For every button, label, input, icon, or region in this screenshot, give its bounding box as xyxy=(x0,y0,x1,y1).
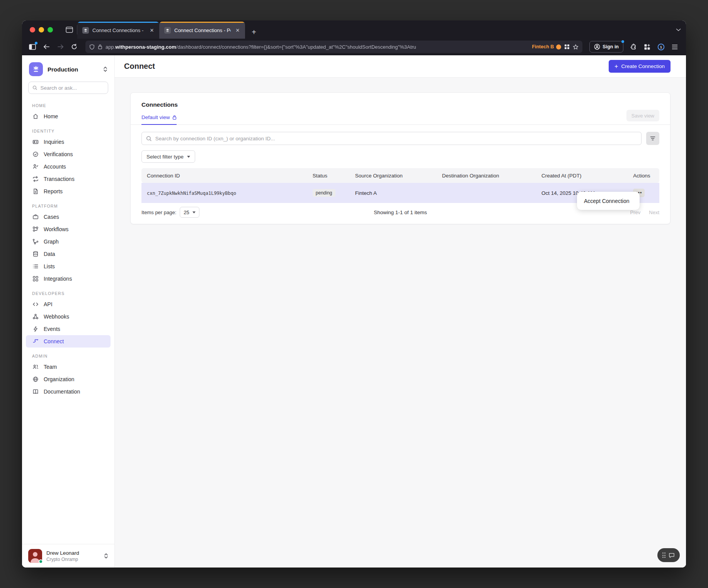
search-row xyxy=(141,132,659,145)
save-view-button[interactable]: Save view xyxy=(626,110,659,121)
sidebar-item-integrations[interactable]: Integrations xyxy=(22,273,114,285)
workspace-switcher[interactable]: Production xyxy=(22,55,114,82)
reload-button[interactable] xyxy=(68,41,81,53)
item-label: Events xyxy=(44,326,60,332)
sidebar-item-verifications[interactable]: Verifications xyxy=(22,148,114,160)
sidebar-toggle-icon[interactable] xyxy=(26,41,39,53)
sidebar: Production HOME Home IDENTITY Inquirie xyxy=(22,55,115,568)
persona-favicon xyxy=(82,27,89,34)
next-page-button[interactable]: Next xyxy=(649,210,659,215)
bookmark-star-icon[interactable] xyxy=(573,44,579,50)
tab-close-icon[interactable]: ✕ xyxy=(234,27,241,34)
unified-extensions-icon[interactable] xyxy=(640,41,654,53)
chat-launcher[interactable] xyxy=(657,548,680,562)
search-input[interactable] xyxy=(40,85,104,91)
user-menu[interactable]: Drew Leonard Crypto Onramp xyxy=(22,544,114,568)
sidebar-item-transactions[interactable]: Transactions xyxy=(22,173,114,185)
sidebar-item-workflows[interactable]: Workflows xyxy=(22,223,114,235)
sidebar-item-connect[interactable]: Connect xyxy=(26,335,111,348)
app-body: Production HOME Home IDENTITY Inquirie xyxy=(22,55,686,568)
connection-id-value: cxn_7ZupkNwkhNifaSMuqa1L99kyBbqo xyxy=(147,191,236,196)
sidebar-item-home[interactable]: Home xyxy=(22,110,114,123)
sidebar-item-accounts[interactable]: Accounts xyxy=(22,160,114,173)
card-title: Connections xyxy=(131,93,670,108)
sidebar-item-graph[interactable]: Graph xyxy=(22,235,114,248)
actions-menu-popup: Accept Connection xyxy=(577,192,640,210)
drag-handle-icon[interactable] xyxy=(662,552,666,558)
tab-close-icon[interactable]: ✕ xyxy=(148,27,155,34)
section-label: HOME xyxy=(22,97,114,110)
section-label: PLATFORM xyxy=(22,198,114,211)
filter-type-label: Select filter type xyxy=(146,154,184,160)
item-label: Webhooks xyxy=(44,314,69,320)
container-stripe-blue xyxy=(77,22,159,23)
lock-icon[interactable] xyxy=(98,44,102,49)
avatar xyxy=(28,549,42,563)
webhook-icon xyxy=(32,314,39,320)
firefox-view-icon[interactable] xyxy=(61,20,77,39)
onepassword-icon[interactable]: 1 xyxy=(654,41,667,53)
browser-tab-1[interactable]: Connect Connections - Persona ✕ xyxy=(77,22,159,39)
shield-icon[interactable] xyxy=(89,44,95,50)
sidebar-item-organization[interactable]: Organization xyxy=(22,373,114,385)
back-button[interactable] xyxy=(40,41,53,53)
plus-icon: + xyxy=(614,63,618,70)
sidebar-item-cases[interactable]: Cases xyxy=(22,211,114,223)
url-bar[interactable]: app.withpersona-staging.com/dashboard/co… xyxy=(85,41,582,53)
caret-down-icon xyxy=(187,156,190,158)
briefcase-icon xyxy=(32,214,39,220)
browser-window: Connect Connections - Persona ✕ Connect … xyxy=(22,20,686,568)
item-label: Home xyxy=(44,113,58,119)
source-org-value: Fintech A xyxy=(350,183,437,203)
sidebar-item-data[interactable]: Data xyxy=(22,248,114,260)
extensions-puzzle-icon[interactable] xyxy=(626,41,640,53)
sidebar-item-inquiries[interactable]: Inquiries xyxy=(22,136,114,148)
item-label: Verifications xyxy=(44,151,73,157)
sidebar-item-team[interactable]: Team xyxy=(22,361,114,373)
sidebar-item-events[interactable]: Events xyxy=(22,323,114,335)
sidebar-item-reports[interactable]: Reports xyxy=(22,185,114,198)
minimize-window-button[interactable] xyxy=(39,27,44,32)
workflow-nodes-icon xyxy=(32,226,39,232)
item-label: Accounts xyxy=(44,164,66,170)
item-label: Connect xyxy=(44,338,64,344)
notification-dot xyxy=(621,40,624,43)
menu-hamburger-icon[interactable] xyxy=(668,41,681,53)
shortcuts-icon[interactable] xyxy=(564,44,570,49)
grid-icon xyxy=(32,276,39,282)
item-label: Transactions xyxy=(44,176,75,182)
browser-tab-2-active[interactable]: Connect Connections - Persona ✕ xyxy=(159,22,245,39)
signin-label: Sign in xyxy=(602,44,619,49)
container-tab-label: Fintech B xyxy=(532,44,561,49)
connection-search-input[interactable] xyxy=(155,136,637,141)
item-label: Team xyxy=(44,364,57,370)
sidebar-item-webhooks[interactable]: Webhooks xyxy=(22,310,114,323)
svg-text:1: 1 xyxy=(660,45,662,49)
new-tab-button[interactable]: + xyxy=(247,26,260,39)
col-created-at: Created At (PDT) xyxy=(536,168,628,183)
sidebar-search[interactable] xyxy=(28,82,108,94)
create-connection-button[interactable]: + Create Connection xyxy=(609,60,671,73)
prev-page-button[interactable]: Prev xyxy=(630,210,641,215)
forward-button[interactable] xyxy=(54,41,67,53)
col-status: Status xyxy=(307,168,350,183)
filter-button[interactable] xyxy=(646,132,659,145)
accept-connection-menu-item[interactable]: Accept Connection xyxy=(584,198,630,204)
sidebar-item-lists[interactable]: Lists xyxy=(22,260,114,273)
col-actions: Actions xyxy=(628,168,659,183)
tab-default-view[interactable]: Default view xyxy=(141,114,177,125)
lock-icon xyxy=(172,115,177,120)
sidebar-item-documentation[interactable]: Documentation xyxy=(22,385,114,398)
connection-search[interactable] xyxy=(141,132,642,145)
list-all-tabs-icon[interactable] xyxy=(671,20,686,39)
page-content: Connections Default view Save view xyxy=(115,78,686,568)
signin-button[interactable]: Sign in xyxy=(589,41,623,53)
zoom-window-button[interactable] xyxy=(48,27,53,32)
close-window-button[interactable] xyxy=(30,27,35,32)
sidebar-item-api[interactable]: API xyxy=(22,298,114,310)
select-filter-type-button[interactable]: Select filter type xyxy=(141,150,195,163)
showing-count: Showing 1-1 of 1 items xyxy=(141,210,659,215)
connections-card: Connections Default view Save view xyxy=(130,92,671,224)
person-check-icon xyxy=(32,164,39,170)
home-icon xyxy=(32,113,39,119)
